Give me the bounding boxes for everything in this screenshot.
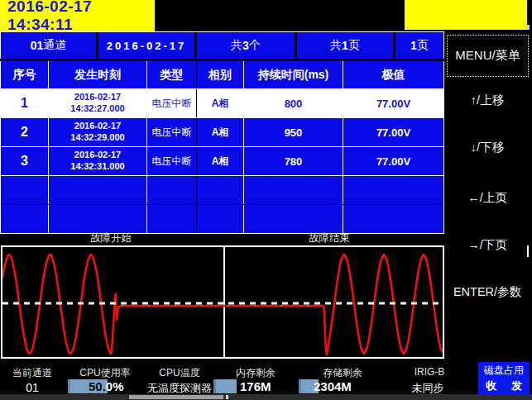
cell-time: 2016-02-17 14:32:31.000 (49, 147, 147, 175)
time-clock: 14:32:31.000 (70, 161, 124, 173)
cell-empty (197, 205, 244, 233)
cell-time: 2016-02-17 14:32:29.000 (49, 118, 147, 146)
cell-empty (244, 205, 343, 233)
cpu-usage-gauge: 50.0% (68, 379, 126, 393)
channel-value: 01 (7, 381, 58, 394)
tx-indicator: 发 (511, 379, 522, 393)
cell-empty (1, 176, 49, 204)
col-header-no: 序号 (1, 61, 49, 88)
device-screen: 2016-02-17 14:34:11 01通道 2016-02-17 共3个 … (0, 0, 532, 400)
disk-usage-box: 磁盘占用 收 发 (478, 362, 530, 395)
next-page-softkey[interactable]: →/下页 (444, 237, 530, 253)
cell-empty (147, 176, 197, 204)
table-row[interactable]: 1 2016-02-17 14:32:27.000 电压中断 A相 800 77… (1, 88, 443, 117)
time-date: 2016-02-17 (74, 150, 121, 161)
cpu-temp-label: CPU温度 (146, 366, 213, 380)
time-clock: 14:32:27.000 (70, 103, 124, 115)
cell-peak: 77.00V (343, 118, 443, 146)
cell-empty (244, 176, 343, 204)
cpu-usage-value-on-bar: 50. (89, 379, 106, 393)
bottom-bezel-strip (0, 394, 532, 400)
cell-no: 2 (1, 118, 49, 146)
irig-label: IRIG-B (396, 366, 463, 378)
cpu-usage-label: CPU使用率 (72, 366, 138, 380)
storage-value: 2304M (314, 379, 371, 393)
cell-time: 2016-02-17 14:32:27.000 (49, 89, 147, 117)
event-table: 01通道 2016-02-17 共3个 共1页 1页 序号 发生时刻 类型 相别… (0, 31, 444, 234)
time-date: 2016-02-17 (74, 92, 121, 103)
topbar-right-block (405, 0, 527, 30)
cell-no: 1 (1, 89, 49, 117)
cell-type: 电压中断 (147, 89, 197, 117)
event-count: 共3个 (197, 32, 297, 59)
record-date: 2016-02-17 (98, 32, 197, 59)
cell-phase: A相 (197, 147, 244, 175)
down-softkey[interactable]: ↓/下移 (444, 140, 530, 155)
col-header-phase: 相别 (197, 61, 244, 88)
cell-empty (343, 205, 443, 233)
time-date: 2016-02-17 (74, 121, 121, 132)
channel-label: 当前通道 (7, 366, 58, 380)
cell-phase: A相 (197, 89, 244, 117)
table-row-empty (1, 204, 443, 233)
enter-softkey[interactable]: ENTER/参数 (444, 284, 530, 300)
cell-type: 电压中断 (147, 118, 197, 146)
cell-peak: 77.00V (343, 147, 443, 175)
cell-empty (49, 176, 147, 204)
bezel-light-segment (129, 395, 223, 399)
fault-end-label: 故障结束 (292, 231, 367, 245)
table-row[interactable]: 2 2016-02-17 14:32:29.000 电压中断 A相 950 77… (1, 117, 443, 146)
fault-start-label: 故障开始 (74, 231, 148, 245)
cell-no: 3 (1, 147, 49, 175)
cell-duration: 800 (244, 89, 343, 117)
system-datetime: 2016-02-17 14:34:11 (7, 0, 155, 34)
cell-duration: 950 (244, 118, 343, 146)
table-row-empty (1, 175, 443, 204)
cell-empty (1, 205, 49, 233)
status-bar: 当前通道 01 CPU使用率 50.0% CPU温度 无温度探测器 内存剩余 1… (0, 361, 532, 394)
event-grid: 序号 发生时刻 类型 相别 持续时间(ms) 极值 1 2016-02-17 1… (0, 61, 444, 234)
waveform-panel (1, 245, 444, 359)
waveform-svg (2, 247, 443, 357)
rx-indicator: 收 (486, 379, 496, 393)
cpu-usage-value: 50.0% (89, 379, 124, 393)
disk-rxtx-row: 收 发 (478, 379, 530, 393)
storage-label: 存储剩余 (309, 366, 376, 380)
table-row[interactable]: 3 2016-02-17 14:32:31.000 电压中断 A相 780 77… (1, 146, 443, 175)
memory-value: 176M (240, 379, 290, 393)
col-header-time: 发生时刻 (49, 61, 147, 88)
col-header-peak: 极值 (343, 61, 443, 88)
table-header-row: 序号 发生时刻 类型 相别 持续时间(ms) 极值 (1, 61, 443, 88)
cpu-usage-value-off-bar: 0% (106, 379, 124, 393)
col-header-type: 类型 (147, 61, 197, 88)
memory-label: 内存剩余 (223, 366, 289, 380)
screen-edge-mark-mid (527, 245, 529, 257)
cell-empty (147, 205, 197, 233)
softkey-sidebar: MENU/菜单 ↑/上移 ↓/下移 ←/上页 →/下页 ENTER/参数 (444, 30, 532, 361)
datetime-banner: 2016-02-17 14:34:11 (0, 0, 155, 31)
bezel-tick (226, 395, 228, 399)
cell-phase: A相 (197, 118, 244, 146)
menu-softkey[interactable]: MENU/菜单 (447, 35, 529, 77)
up-softkey[interactable]: ↑/上移 (444, 93, 530, 108)
memory-bar (213, 379, 237, 393)
cell-empty (49, 205, 147, 233)
time-clock: 14:32:29.000 (70, 132, 124, 144)
table-info-bar: 01通道 2016-02-17 共3个 共1页 1页 (0, 31, 444, 59)
cell-duration: 780 (244, 147, 343, 175)
channel-indicator: 01通道 (1, 32, 98, 59)
cell-type: 电压中断 (147, 147, 197, 175)
col-header-duration: 持续时间(ms) (244, 61, 343, 88)
cell-empty (197, 176, 244, 204)
cell-empty (343, 176, 443, 204)
disk-usage-title: 磁盘占用 (478, 364, 530, 378)
current-page: 1页 (395, 32, 443, 59)
total-pages: 共1页 (297, 32, 395, 59)
prev-page-softkey[interactable]: ←/上页 (444, 190, 530, 206)
cell-peak: 77.00V (343, 89, 443, 117)
